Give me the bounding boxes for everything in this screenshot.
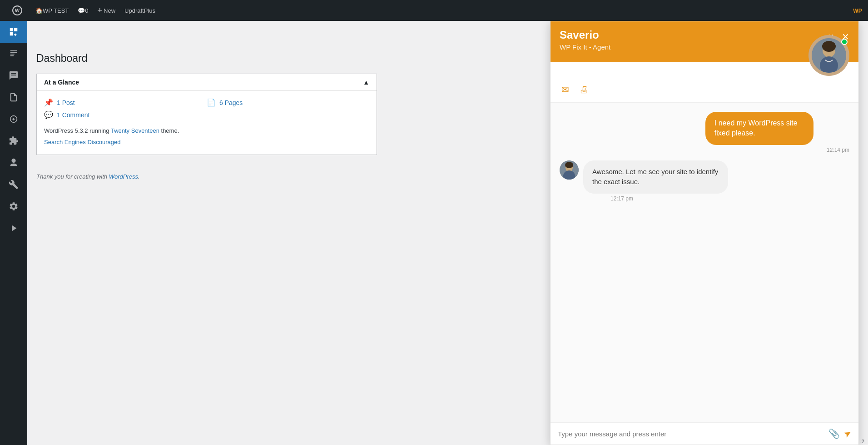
sidebar-item-comments[interactable] xyxy=(0,65,27,86)
admin-bar-new[interactable]: + New xyxy=(93,0,120,21)
agent-name: Saverio xyxy=(560,29,826,41)
admin-bar-updraftplus[interactable]: UpdraftPlus xyxy=(120,0,160,21)
chat-header: Saverio WP Fix It - Agent ∨ ✕ xyxy=(551,21,858,62)
widget-info: WordPress 5.3.2 running Twenty Seventeen… xyxy=(44,126,369,147)
svg-text:WP: WP xyxy=(853,8,862,14)
chat-email-button[interactable]: ✉ xyxy=(560,82,571,97)
sidebar-item-users[interactable] xyxy=(0,152,27,174)
widget-title: At a Glance xyxy=(44,79,79,86)
at-a-glance-widget: At a Glance ▲ 📌 1 Post 📄 6 Pages xyxy=(36,74,377,155)
wp-logo[interactable]: W xyxy=(4,0,31,21)
admin-bar: W 🏠 WP TEST 💬 0 + New UpdraftPlus xyxy=(0,0,868,21)
chat-widget: Saverio WP Fix It - Agent ∨ ✕ xyxy=(550,21,859,445)
pages-count: 6 Pages xyxy=(219,99,243,106)
admin-bar-comments[interactable]: 💬 0 xyxy=(73,0,93,21)
message-received-1: Awesome. Let me see your site to identif… xyxy=(560,160,849,202)
chat-input-area: 📎 ➤ xyxy=(551,422,858,445)
agent-avatar xyxy=(812,38,846,73)
message-sent-1-bubble: I need my WordPress site fixed please. xyxy=(705,112,813,145)
comments-count: 0 xyxy=(85,7,88,14)
online-indicator xyxy=(841,39,848,45)
stat-posts[interactable]: 📌 1 Post xyxy=(44,98,207,107)
sidebar-item-tools[interactable] xyxy=(0,174,27,195)
post-count: 1 Post xyxy=(57,99,75,106)
sidebar-item-play[interactable] xyxy=(0,217,27,239)
theme-suffix: theme. xyxy=(159,127,179,134)
message-received-1-text: Awesome. Let me see your site to identif… xyxy=(592,168,718,186)
collapse-icon: ▲ xyxy=(363,79,369,86)
agent-avatar-outer xyxy=(808,35,849,76)
chat-messages: I need my WordPress site fixed please. 1… xyxy=(551,103,858,422)
plus-icon: + xyxy=(98,6,103,15)
site-name: WP TEST xyxy=(43,7,69,14)
updraftplus-label: UpdraftPlus xyxy=(124,7,155,14)
search-discouraged-link[interactable]: Search Engines Discouraged xyxy=(44,138,369,147)
agent-avatar-container xyxy=(808,35,849,76)
stat-pages[interactable]: 📄 6 Pages xyxy=(207,98,369,107)
footer-suffix: . xyxy=(138,173,140,180)
sidebar-item-posts[interactable] xyxy=(0,43,27,65)
svg-point-4 xyxy=(822,41,836,52)
comments-icon: 💬 xyxy=(78,7,85,14)
comment-icon: 💬 xyxy=(44,110,53,119)
svg-text:W: W xyxy=(15,8,20,13)
admin-bar-home[interactable]: 🏠 WP TEST xyxy=(31,0,73,21)
sidebar xyxy=(0,21,27,445)
widget-body: 📌 1 Post 📄 6 Pages 💬 1 Comment W xyxy=(37,91,377,155)
chat-print-button[interactable]: 🖨 xyxy=(577,82,590,97)
stat-comments[interactable]: 💬 1 Comment xyxy=(44,110,207,119)
pages-icon: 📄 xyxy=(207,98,216,107)
footer-text: Thank you for creating with xyxy=(36,173,109,180)
chat-contact-bar: ✉ 🖨 xyxy=(551,77,858,103)
new-label: New xyxy=(104,7,115,14)
comments-count-widget: 1 Comment xyxy=(57,111,89,119)
message-sent-1: I need my WordPress site fixed please. 1… xyxy=(560,112,849,153)
message-avatar xyxy=(560,160,579,180)
message-received-1-content: Awesome. Let me see your site to identif… xyxy=(583,160,777,202)
widget-header[interactable]: At a Glance ▲ xyxy=(37,74,377,91)
svg-point-8 xyxy=(565,162,573,168)
chat-message-input[interactable] xyxy=(558,430,825,438)
sidebar-item-appearance[interactable] xyxy=(0,108,27,130)
message-sent-1-time: 12:14 pm xyxy=(705,147,849,153)
send-icon: ➤ xyxy=(841,427,853,440)
sidebar-item-plugins[interactable] xyxy=(0,130,27,152)
message-received-1-time: 12:17 pm xyxy=(610,195,777,202)
message-sent-1-text: I need my WordPress site fixed please. xyxy=(714,119,798,137)
widget-stats: 📌 1 Post 📄 6 Pages 💬 1 Comment xyxy=(44,98,369,119)
message-sent-1-content: I need my WordPress site fixed please. 1… xyxy=(705,112,849,153)
post-icon: 📌 xyxy=(44,98,53,107)
wordpress-link[interactable]: WordPress xyxy=(109,173,138,180)
sidebar-item-dashboard[interactable] xyxy=(0,21,27,43)
wp-fix-logo: WP xyxy=(849,2,866,19)
home-icon: 🏠 xyxy=(35,7,43,14)
wp-version-text: WordPress 5.3.2 running xyxy=(44,127,111,134)
agent-title: WP Fix It - Agent xyxy=(560,43,826,51)
sidebar-item-pages[interactable] xyxy=(0,86,27,108)
chat-send-button[interactable]: ➤ xyxy=(843,428,851,439)
attachment-icon[interactable]: 📎 xyxy=(828,428,840,439)
message-received-1-bubble: Awesome. Let me see your site to identif… xyxy=(583,160,728,194)
sidebar-item-settings[interactable] xyxy=(0,195,27,217)
chat-header-info: Saverio WP Fix It - Agent xyxy=(560,29,826,51)
theme-link[interactable]: Twenty Seventeen xyxy=(111,127,159,134)
